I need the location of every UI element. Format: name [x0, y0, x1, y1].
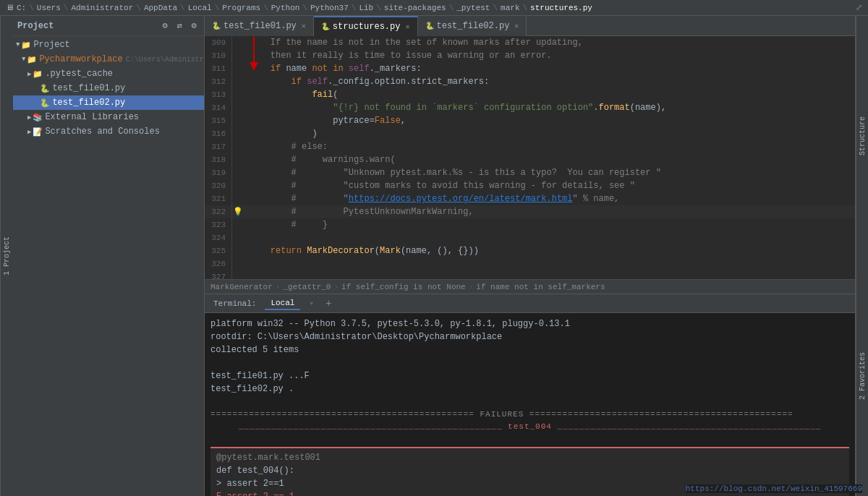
project-sidebar: Project ⚙ ⇄ ⚙ ▼ 📁 Project ▼ 📁 Pycharmwor… — [13, 16, 205, 496]
terminal-add-tab[interactable]: + — [323, 298, 334, 309]
code-line-325: 325 return MarkDecorator(Mark(name, (), … — [205, 244, 855, 257]
watermark: https://blog.csdn.net/weixin_41597669 — [686, 484, 862, 493]
close-tab-test-file02[interactable]: ✕ — [514, 22, 519, 30]
terminal-line-collected: collected 5 items — [210, 343, 849, 356]
sidebar-item-pycharmworkplace[interactable]: ▼ 📁 Pycharmworkplace C:\Users\Administra… — [13, 52, 204, 67]
code-line-320: 320 # "custom marks to avoid this warnin… — [205, 179, 855, 192]
code-line-310: 310 then it really is time to issue a wa… — [205, 49, 855, 62]
terminal-tab-bar: Terminal: Local ▾ + — [205, 294, 855, 313]
code-line-313: 313 fail( — [205, 88, 855, 101]
code-line-309: 309 If the name is not in the set of kno… — [205, 36, 855, 49]
sidebar-item-test-file01[interactable]: ▶ 🐍 test_file01.py — [13, 81, 204, 95]
code-line-323: 323 # } — [205, 218, 855, 231]
terminal-tab-local[interactable]: Local — [265, 297, 300, 310]
structure-panel-label[interactable]: Structure — [856, 16, 868, 256]
sidebar-item-project[interactable]: ▼ 📁 Project — [13, 38, 204, 52]
terminal-content[interactable]: platform win32 -- Python 3.7.5, pytest-5… — [205, 313, 855, 496]
project-panel-label[interactable]: 1 Project — [0, 16, 13, 496]
terminal-line-test02: test_file02.py . — [210, 382, 849, 395]
code-line-314: 314 "{!r} not found in `markers` configu… — [205, 101, 855, 114]
sidebar-header: Project ⚙ ⇄ ⚙ — [13, 16, 204, 36]
terminal-empty3 — [210, 432, 849, 445]
sidebar-sort-icon[interactable]: ⇄ — [174, 20, 185, 32]
breadcrumb-bar: 🖥 C: \ Users \ Administrator \ AppData \… — [0, 0, 868, 16]
terminal-test004-header: ________________________________________… — [210, 421, 849, 433]
code-line-322: 322 💡 # PytestUnknownMarkWarning, — [205, 205, 855, 218]
editor-area: 🐍 test_file01.py ✕ 🐍 structures.py ✕ 🐍 t… — [205, 16, 855, 496]
close-tab-test-file01[interactable]: ✕ — [302, 22, 306, 30]
tab-bar: 🐍 test_file01.py ✕ 🐍 structures.py ✕ 🐍 t… — [205, 16, 855, 36]
close-tab-structures[interactable]: ✕ — [405, 22, 409, 31]
scratches-label: Scratches and Consoles — [45, 127, 159, 137]
project-title: Project — [17, 21, 54, 31]
terminal-line-test01: test_file01.py ...F — [210, 369, 849, 382]
terminal-line-empty2 — [210, 395, 849, 409]
code-line-311: 311 if name not in self._markers: — [205, 62, 855, 75]
terminal-line-empty1 — [210, 356, 849, 369]
code-line-318: 318 # warnings.warn( — [205, 153, 855, 166]
code-line-312: 312 if self._config.option.strict_marker… — [205, 75, 855, 88]
code-line-317: 317 # else: — [205, 140, 855, 153]
code-line-327: 327 — [205, 270, 855, 279]
sidebar-tree: ▼ 📁 Project ▼ 📁 Pycharmworkplace C:\User… — [13, 36, 204, 496]
tab-test-file01[interactable]: 🐍 test_file01.py ✕ — [205, 16, 314, 36]
terminal-line-platform: platform win32 -- Python 3.7.5, pytest-5… — [210, 317, 849, 330]
terminal-line-rootdir: rootdir: C:\Users\Administrator\Desktop\… — [210, 330, 849, 343]
maximize-icon[interactable]: ⤢ — [856, 3, 862, 12]
breadcrumb-icon: 🖥 — [6, 3, 14, 12]
sidebar-item-scratches[interactable]: ▶ 📝 Scratches and Consoles — [13, 124, 204, 139]
code-line-319: 319 # "Unknown pytest.mark.%s - is this … — [205, 166, 855, 179]
sidebar-item-test-file02[interactable]: ▶ 🐍 test_file02.py — [13, 95, 204, 110]
code-line-321: 321 # "https://docs.pytest.org/en/latest… — [205, 192, 855, 205]
sidebar-item-pytest-cache[interactable]: ▶ 📁 .pytest_cache — [13, 67, 204, 81]
code-line-315: 315 pytrace=False, — [205, 114, 855, 127]
terminal-area: Terminal: Local ▾ + platform win32 -- Py… — [205, 294, 855, 496]
code-line-316: 316 ) — [205, 127, 855, 140]
terminal-tab-terminal[interactable]: Terminal: — [208, 298, 262, 309]
code-editor[interactable]: 309 If the name is not in the set of kno… — [205, 36, 855, 279]
breadcrumb-text: C: — [17, 4, 26, 12]
sidebar-settings-icon[interactable]: ⚙ — [159, 20, 171, 32]
code-line-326: 326 — [205, 257, 855, 270]
tab-test-file02[interactable]: 🐍 test_file02.py ✕ — [418, 16, 527, 36]
favorites-panel-label[interactable]: 2 Favorites — [856, 256, 868, 496]
code-line-324: 324 — [205, 231, 855, 244]
tab-structures[interactable]: 🐍 structures.py ✕ — [314, 16, 418, 36]
sidebar-item-external-libraries[interactable]: ▶ 📚 External Libraries — [13, 110, 204, 124]
terminal-failures-divider: ========================================… — [210, 409, 849, 421]
sidebar-gear-icon[interactable]: ⚙ — [188, 20, 200, 32]
editor-breadcrumb: MarkGenerator › _getattr_0 › if self_con… — [205, 279, 855, 294]
